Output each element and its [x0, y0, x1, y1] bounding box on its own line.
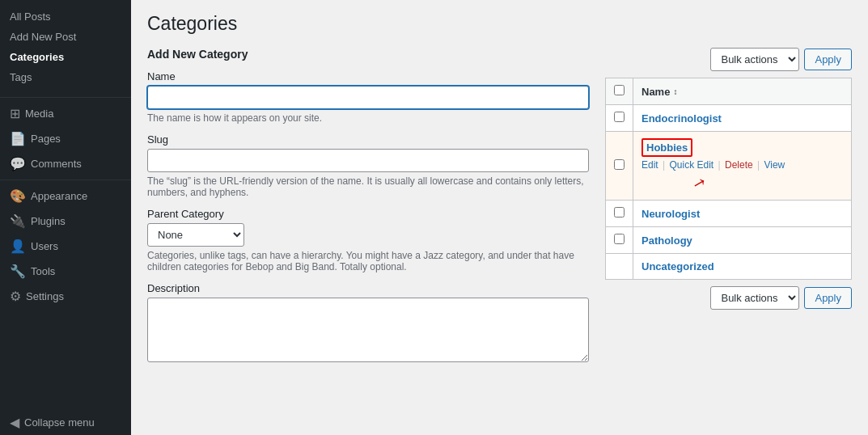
form-section-title: Add New Category: [147, 48, 589, 61]
sidebar-item-plugins[interactable]: 🔌 Plugins: [0, 209, 131, 234]
add-category-form: Add New Category Name The name is how it…: [147, 48, 589, 374]
slug-input[interactable]: [147, 149, 589, 172]
name-group: Name The name is how it appears on your …: [147, 70, 589, 124]
sidebar-item-users-label: Users: [31, 240, 58, 252]
sidebar-item-appearance-label: Appearance: [31, 190, 87, 202]
sidebar-item-tags[interactable]: Tags: [0, 67, 131, 87]
row-name-cell: HobbiesEdit | Quick Edit | Delete | View…: [633, 132, 852, 201]
row-name-cell: NeurologistEdit | Quick Edit | Delete | …: [633, 201, 852, 227]
settings-icon: ⚙: [10, 289, 21, 304]
category-action-view[interactable]: View: [764, 159, 785, 171]
name-input[interactable]: [147, 86, 589, 109]
select-all-checkbox[interactable]: [614, 85, 625, 95]
collapse-icon: ◀: [10, 415, 19, 430]
collapse-menu-button[interactable]: ◀ Collapse menu: [0, 410, 131, 435]
row-checkbox[interactable]: [614, 159, 625, 170]
sidebar-item-categories[interactable]: Categories: [0, 47, 131, 67]
description-group: Description: [147, 282, 589, 365]
sidebar-item-add-new-post[interactable]: Add New Post: [0, 27, 131, 47]
category-action-delete[interactable]: Delete: [725, 159, 753, 171]
sidebar-item-media-label: Media: [25, 108, 53, 120]
sidebar-item-media[interactable]: ⊞ Media: [0, 101, 131, 126]
sidebar-item-all-posts[interactable]: All Posts: [0, 6, 131, 27]
sidebar: All Posts Add New Post Categories Tags ⊞…: [0, 0, 131, 435]
sidebar-divider-1: [0, 97, 131, 98]
bulk-actions-select-top[interactable]: Bulk actions: [710, 48, 799, 71]
row-checkbox-cell: [606, 201, 633, 227]
category-name-link[interactable]: Pathology: [641, 234, 692, 247]
content-wrap: Add New Category Name The name is how it…: [147, 48, 852, 374]
row-name-cell: UncategorizedEdit | Quick Edit | Delete …: [633, 254, 852, 280]
sidebar-item-tools-label: Tools: [31, 265, 55, 277]
users-icon: 👤: [10, 239, 26, 254]
comments-icon: 💬: [10, 156, 26, 171]
sort-indicator[interactable]: ↕: [673, 87, 677, 96]
header-checkbox-cell: [606, 78, 633, 105]
category-name-link[interactable]: Neurologist: [641, 208, 700, 220]
media-icon: ⊞: [10, 106, 20, 121]
bulk-actions-bar-top: Bulk actions Apply: [605, 48, 852, 71]
row-checkbox-cell: [606, 132, 633, 201]
parent-select[interactable]: None: [147, 223, 244, 247]
table-header-row: Name ↕: [606, 78, 852, 105]
slug-group: Slug The “slug” is the URL-friendly vers…: [147, 133, 589, 198]
parent-label: Parent Category: [147, 208, 589, 220]
header-name-cell: Name ↕: [633, 78, 852, 105]
category-name-link[interactable]: Endocrinologist: [641, 112, 722, 125]
apply-button-bottom[interactable]: Apply: [804, 287, 852, 309]
name-hint: The name is how it appears on your site.: [147, 112, 589, 124]
row-checkbox[interactable]: [614, 112, 625, 122]
collapse-menu-label: Collapse menu: [24, 416, 95, 429]
row-checkbox[interactable]: [614, 207, 625, 218]
sidebar-item-settings[interactable]: ⚙ Settings: [0, 284, 131, 309]
category-name-link[interactable]: Hobbies: [646, 141, 688, 154]
sidebar-item-settings-label: Settings: [26, 290, 64, 302]
table-row: NeurologistEdit | Quick Edit | Delete | …: [606, 201, 852, 227]
action-separator: |: [715, 159, 723, 171]
row-checkbox-cell: [606, 105, 633, 132]
row-checkbox[interactable]: [614, 234, 625, 244]
category-action-edit[interactable]: Edit: [641, 159, 658, 171]
plugins-icon: 🔌: [10, 213, 26, 229]
table-row: UncategorizedEdit | Quick Edit | Delete …: [606, 254, 852, 280]
categories-table: Name ↕ EndocrinologistEdit | Quick Edit …: [605, 78, 852, 280]
category-actions: Edit | Quick Edit | Delete | View: [641, 159, 843, 171]
row-checkbox-cell: [606, 254, 633, 280]
name-label: Name: [147, 70, 589, 82]
categories-list-panel: Bulk actions Apply Name ↕: [605, 48, 852, 374]
row-name-cell: PathologyEdit | Quick Edit | Delete | Vi…: [633, 227, 852, 254]
sidebar-divider-2: [0, 179, 131, 180]
table-row: EndocrinologistEdit | Quick Edit | Delet…: [606, 105, 852, 132]
parent-category-group: Parent Category None Categories, unlike …: [147, 208, 589, 272]
slug-label: Slug: [147, 133, 589, 146]
action-separator: |: [755, 159, 763, 171]
appearance-icon: 🎨: [10, 188, 26, 204]
pages-icon: 📄: [10, 131, 26, 146]
description-textarea[interactable]: [147, 298, 589, 362]
action-separator: |: [660, 159, 668, 171]
sidebar-item-plugins-label: Plugins: [31, 215, 66, 227]
category-name-link[interactable]: Uncategorized: [641, 260, 714, 272]
sidebar-item-pages-label: Pages: [31, 133, 61, 145]
table-row: HobbiesEdit | Quick Edit | Delete | View…: [606, 132, 852, 201]
sidebar-item-comments[interactable]: 💬 Comments: [0, 151, 131, 176]
sidebar-item-comments-label: Comments: [31, 158, 82, 170]
sidebar-item-pages[interactable]: 📄 Pages: [0, 126, 131, 151]
bulk-actions-bar-bottom: Bulk actions Apply: [605, 286, 852, 310]
sidebar-item-users[interactable]: 👤 Users: [0, 234, 131, 259]
main-content: Categories Add New Category Name The nam…: [131, 0, 868, 435]
sidebar-item-tools[interactable]: 🔧 Tools: [0, 259, 131, 284]
parent-hint: Categories, unlike tags, can have a hier…: [147, 250, 589, 272]
sidebar-item-appearance[interactable]: 🎨 Appearance: [0, 184, 131, 209]
row-checkbox-cell: [606, 227, 633, 254]
apply-button-top[interactable]: Apply: [804, 49, 852, 70]
header-name-label: Name: [641, 86, 670, 98]
tools-icon: 🔧: [10, 264, 26, 279]
table-row: PathologyEdit | Quick Edit | Delete | Vi…: [606, 227, 852, 254]
page-title: Categories: [147, 13, 852, 35]
bulk-actions-select-bottom[interactable]: Bulk actions: [710, 286, 799, 310]
description-label: Description: [147, 282, 589, 294]
row-name-cell: EndocrinologistEdit | Quick Edit | Delet…: [633, 105, 852, 132]
slug-hint: The “slug” is the URL-friendly version o…: [147, 175, 589, 198]
